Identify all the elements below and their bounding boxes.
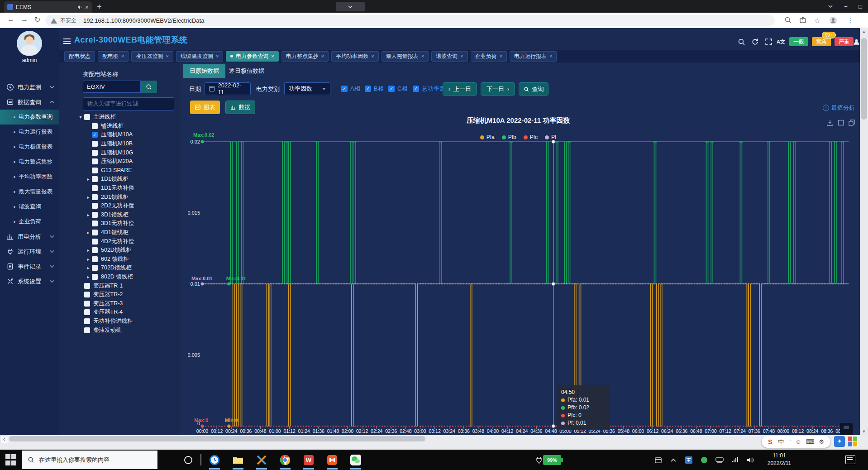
tree-checkbox[interactable]	[92, 239, 98, 245]
tree-checkbox[interactable]	[92, 123, 98, 129]
checkbox[interactable]: ✓	[341, 86, 348, 92]
sidebar-subitem-1-3[interactable]: 电力整点集抄	[0, 154, 59, 169]
window-minimize-button[interactable]: −	[838, 0, 854, 13]
tab-close-icon[interactable]: ×	[216, 53, 219, 59]
sidebar-subitem-1-2[interactable]: 电力极值报表	[0, 139, 59, 154]
date-picker-input[interactable]: 2022-02-11	[205, 82, 251, 95]
tray-volume-icon[interactable]	[744, 454, 757, 466]
tab-close-icon[interactable]: ×	[371, 53, 374, 59]
url-text[interactable]: 192.168.1.100:8090/3000WEBV2/ElectricDat…	[83, 17, 204, 24]
sidebar-item-1[interactable]: 数据查询	[0, 95, 59, 110]
sidebar-item-5[interactable]: 系统设置	[0, 274, 59, 289]
window-maximize-button[interactable]: □	[853, 0, 868, 13]
floating-blue-app-icon[interactable]: ✦	[834, 436, 845, 447]
zoom-icon[interactable]	[784, 16, 792, 24]
ime-keyboard-icon[interactable]: ⌨	[806, 438, 815, 445]
tree-node-15[interactable]: ▸502D馈线柜	[72, 246, 180, 255]
chart-view-button[interactable]: 图表	[190, 101, 220, 114]
tree-checkbox[interactable]	[92, 274, 98, 280]
tree-checkbox[interactable]	[92, 230, 98, 235]
tab-close-icon[interactable]: ×	[271, 53, 274, 59]
sidebar-subitem-1-0[interactable]: 电力参数查询	[0, 110, 59, 125]
browser-menu-icon[interactable]: ⋮	[847, 16, 854, 24]
prev-day-button[interactable]: ‹上一日	[443, 82, 477, 96]
ime-toolbar[interactable]: S 中 ’☺⌨⚙	[762, 436, 830, 448]
scroll-down-arrow[interactable]: ▼	[860, 428, 868, 435]
tree-filter-input[interactable]: 输入关键字进行过滤	[83, 97, 174, 110]
tree-node-16[interactable]: ▸602 馈线柜	[72, 255, 180, 264]
sidebar-item-2[interactable]: 用电分析	[0, 229, 59, 244]
phase-checkbox-1[interactable]: ✓B相	[365, 85, 384, 93]
tree-node-23[interactable]: 无功补偿进线柜	[72, 317, 180, 326]
tree-node-24[interactable]: 柴油发动机	[72, 326, 180, 335]
tree-checkbox[interactable]	[84, 283, 90, 289]
tree-checkbox[interactable]	[84, 318, 90, 324]
header-fullscreen-icon[interactable]	[765, 38, 773, 46]
user-avatar[interactable]	[17, 31, 42, 56]
taskbar-search-box[interactable]: 在这里输入你要搜索的内容	[22, 451, 157, 469]
tree-checkbox[interactable]: ✓	[92, 132, 98, 138]
security-label[interactable]: 不安全	[60, 17, 76, 24]
tab-close-icon[interactable]: ×	[166, 53, 168, 59]
tree-checkbox[interactable]	[84, 292, 90, 297]
tree-checkbox[interactable]	[84, 114, 90, 120]
tray-ime-icon[interactable]	[682, 454, 695, 466]
titlebar-dropdown-button[interactable]	[336, 2, 365, 11]
extreme-analysis-link[interactable]: i 最值分析	[823, 104, 855, 112]
cortana-icon[interactable]	[182, 454, 195, 466]
ime-emoji-icon[interactable]: ☺	[795, 438, 801, 445]
tree-node-11[interactable]: ▸3D1馈线柜	[72, 211, 180, 220]
share-icon[interactable]	[799, 16, 806, 24]
tree-node-6[interactable]: G13 SPARE	[72, 166, 180, 175]
checkbox[interactable]: ✓	[413, 86, 419, 92]
app-tab-7[interactable]: 最大需量报表×	[382, 51, 429, 62]
app-tab-5[interactable]: 电力整点集抄×	[281, 51, 329, 62]
header-refresh-icon[interactable]	[751, 38, 759, 46]
tree-node-2[interactable]: ✓压缩机M10A	[72, 130, 180, 139]
tree-collapsed-icon[interactable]: ▸	[85, 265, 92, 270]
sidebar-item-4[interactable]: 事件记录	[0, 259, 59, 274]
sidebar-item-3[interactable]: 运行环境	[0, 244, 59, 259]
app-tab-4[interactable]: 电力参数查询×	[226, 51, 278, 62]
ime-toolbox-icon[interactable]: ⚙	[819, 438, 824, 445]
tray-device-icon[interactable]	[713, 454, 726, 466]
download-icon[interactable]	[826, 119, 834, 126]
sidebar-subitem-1-1[interactable]: 电力运行报表	[0, 125, 59, 139]
start-button[interactable]	[5, 454, 17, 466]
tray-network-icon[interactable]	[729, 454, 741, 466]
tree-collapsed-icon[interactable]: ▸	[85, 248, 92, 253]
app-tab-0[interactable]: 配电状态	[64, 51, 95, 62]
x-app-icon[interactable]	[255, 454, 268, 466]
sidebar-item-0[interactable]: 电力监测	[0, 80, 59, 95]
tree-node-9[interactable]: ▸2D1馈线柜	[72, 192, 180, 201]
tree-checkbox[interactable]	[92, 203, 98, 209]
tree-checkbox[interactable]	[92, 168, 98, 173]
tree-node-4[interactable]: 压缩机M10G	[72, 148, 180, 157]
power-factor-chart[interactable]: 00:0000:1200:2400:3600:4801:0001:1201:24…	[188, 127, 855, 435]
tray-hidden-icons-chevron[interactable]	[667, 454, 680, 466]
header-user-icon[interactable]	[853, 38, 860, 46]
header-translate-icon[interactable]: A文	[777, 38, 785, 45]
tree-node-22[interactable]: 变压器TR-4	[72, 308, 180, 317]
tree-node-21[interactable]: 变压器TR-3	[72, 299, 180, 308]
tree-node-0[interactable]: ▾主进线柜	[72, 113, 180, 122]
tree-checkbox[interactable]	[92, 158, 98, 164]
checkbox[interactable]: ✓	[388, 86, 395, 92]
tree-checkbox[interactable]	[92, 212, 98, 218]
app-tab-2[interactable]: 变压器监测×	[131, 51, 173, 62]
clock-app-icon[interactable]	[208, 454, 221, 466]
sidebar-subitem-1-7[interactable]: 企业负荷	[0, 214, 59, 229]
browser-tab[interactable]: EEMS ×	[4, 1, 92, 13]
tree-node-19[interactable]: 变压器TR-1	[72, 281, 180, 290]
tree-node-17[interactable]: ▸702D馈线柜	[72, 264, 180, 273]
maximize-icon[interactable]	[837, 119, 844, 126]
tree-checkbox[interactable]	[92, 221, 98, 226]
tab-close-icon[interactable]: ×	[321, 53, 324, 59]
tree-node-8[interactable]: 1D1无功补偿	[72, 184, 180, 193]
header-search-icon[interactable]	[738, 38, 745, 46]
power-type-select[interactable]: 功率因数	[284, 82, 330, 95]
tree-node-13[interactable]: ▸4D1馈线柜	[72, 228, 180, 237]
tree-collapsed-icon[interactable]: ▸	[85, 212, 92, 217]
sidebar-toggle-icon[interactable]	[63, 37, 71, 45]
tree-collapsed-icon[interactable]: ▸	[85, 274, 92, 279]
